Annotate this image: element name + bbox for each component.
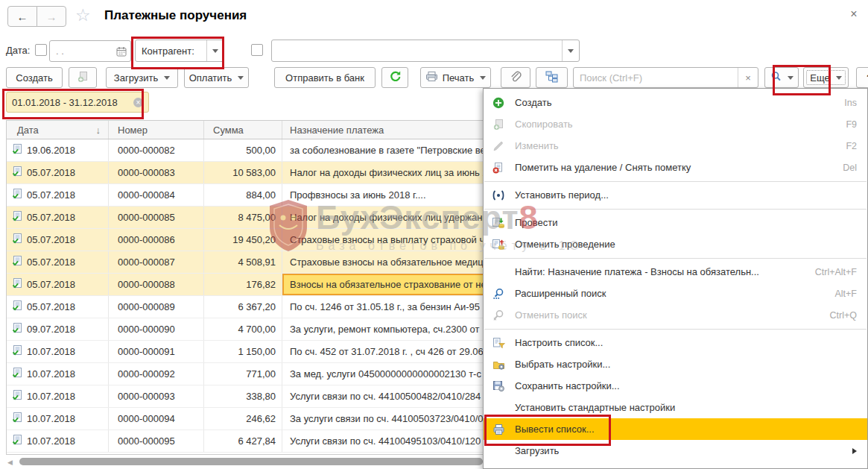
refresh-button[interactable] bbox=[381, 67, 408, 88]
counterparty-label: Контрагент: bbox=[142, 45, 194, 57]
scroll-left-icon[interactable]: ◀ bbox=[7, 459, 13, 466]
close-icon[interactable]: × bbox=[847, 7, 861, 21]
posted-document-icon bbox=[12, 211, 22, 224]
attachments-button[interactable] bbox=[501, 67, 530, 88]
magnifier-icon bbox=[770, 71, 782, 84]
scrollbar-thumb[interactable] bbox=[19, 458, 483, 465]
date-filter-label: Дата: bbox=[6, 45, 30, 56]
column-header-number[interactable]: Номер bbox=[109, 121, 204, 139]
menu-item-cancel-search[interactable]: Отменить поискCtrl+Q bbox=[484, 304, 867, 326]
submenu-arrow-icon bbox=[852, 448, 857, 454]
printer-icon bbox=[425, 71, 438, 84]
menu-item-set-period[interactable]: Установить период... bbox=[484, 184, 867, 206]
favorite-star-icon[interactable]: ☆ bbox=[75, 5, 91, 25]
menu-item-unpost[interactable]: Отменить проведение bbox=[484, 233, 867, 255]
copy-button[interactable] bbox=[69, 67, 97, 88]
chevron-down-icon bbox=[164, 76, 170, 80]
remove-period-filter-icon[interactable]: × bbox=[133, 98, 143, 107]
menu-item-advanced-search[interactable]: Расширенный поискAlt+F bbox=[484, 283, 867, 304]
menu-item-configure-list[interactable]: Настроить список... bbox=[484, 332, 867, 353]
chevron-down-icon[interactable] bbox=[206, 40, 224, 61]
calendar-icon[interactable] bbox=[116, 46, 127, 57]
chevron-down-icon bbox=[480, 76, 486, 80]
print-list-icon bbox=[491, 423, 506, 436]
create-button[interactable]: Создать bbox=[6, 67, 63, 88]
clear-search-icon[interactable]: × bbox=[738, 68, 758, 87]
sort-descending-icon: ↓ bbox=[96, 125, 101, 136]
date-filter-checkbox[interactable] bbox=[35, 44, 47, 56]
cancel-search-icon bbox=[491, 309, 506, 322]
posted-document-icon bbox=[12, 233, 22, 246]
post-document-icon bbox=[491, 216, 506, 230]
more-menu: СоздатьIns СкопироватьF9 ИзменитьF2 Поме… bbox=[483, 88, 868, 469]
posted-document-icon bbox=[12, 278, 22, 291]
chevron-down-icon bbox=[836, 76, 842, 80]
payment-orders-window: ← → ☆ Платежные поручения × Дата: . . Ко… bbox=[0, 0, 868, 469]
refresh-icon bbox=[389, 70, 402, 85]
menu-separator bbox=[484, 178, 867, 184]
date-filter-input[interactable]: . . bbox=[49, 40, 131, 62]
search-button[interactable] bbox=[764, 67, 799, 88]
forward-arrow-icon: → bbox=[46, 10, 57, 23]
save-settings-icon bbox=[491, 380, 506, 393]
posted-document-icon bbox=[12, 323, 22, 336]
menu-item-copy[interactable]: СкопироватьF9 bbox=[484, 113, 867, 135]
unpost-document-icon bbox=[491, 238, 506, 251]
mark-deletion-icon bbox=[491, 161, 506, 174]
load-button[interactable]: Загрузить bbox=[106, 67, 178, 88]
menu-item-save-settings[interactable]: Сохранить настройки... bbox=[484, 375, 867, 397]
counterparty-checkbox[interactable] bbox=[251, 44, 263, 56]
menu-separator bbox=[484, 255, 867, 261]
menu-item-choose-settings[interactable]: Выбрать настройки... bbox=[484, 353, 867, 375]
period-filter-chip[interactable]: 01.01.2018 - 31.12.2018 × bbox=[6, 92, 149, 113]
more-button[interactable]: Еще bbox=[803, 67, 849, 88]
posted-document-icon bbox=[12, 144, 22, 157]
posted-document-icon bbox=[12, 390, 22, 403]
column-header-amount[interactable]: Сумма bbox=[204, 121, 282, 139]
menu-item-mark-deletion[interactable]: Пометить на удаление / Снять пометкуDel bbox=[484, 157, 867, 178]
advanced-search-icon bbox=[491, 287, 506, 300]
toolbar: Создать Загрузить Оплатить Отправить в б… bbox=[6, 67, 868, 88]
menu-item-create[interactable]: СоздатьIns bbox=[484, 92, 867, 113]
posted-document-icon bbox=[12, 166, 22, 179]
configure-list-icon bbox=[491, 336, 506, 350]
send-to-bank-button[interactable]: Отправить в банк bbox=[274, 67, 376, 88]
period-icon bbox=[491, 189, 506, 202]
date-placeholder: . . bbox=[56, 45, 64, 57]
posted-document-icon bbox=[12, 189, 22, 201]
posted-document-icon bbox=[12, 368, 22, 380]
back-button[interactable]: ← bbox=[7, 6, 37, 27]
menu-item-standard-settings[interactable]: Установить стандартные настройки bbox=[484, 397, 867, 418]
paperclip-icon bbox=[510, 71, 522, 85]
structure-view-button[interactable] bbox=[536, 67, 568, 88]
hierarchy-icon bbox=[545, 71, 558, 85]
search-input[interactable] bbox=[574, 72, 738, 84]
help-button[interactable]: ? bbox=[856, 67, 868, 88]
menu-separator bbox=[484, 326, 867, 332]
chevron-down-icon bbox=[238, 76, 244, 80]
counterparty-value-combobox[interactable] bbox=[271, 40, 580, 62]
no-icon bbox=[491, 401, 506, 415]
back-arrow-icon: ← bbox=[17, 10, 28, 23]
menu-item-find[interactable]: Найти: Назначение платежа - Взносы на об… bbox=[484, 261, 867, 283]
create-icon bbox=[491, 96, 506, 110]
posted-document-icon bbox=[12, 412, 22, 425]
menu-item-post[interactable]: Провести bbox=[484, 212, 867, 233]
no-icon bbox=[491, 265, 506, 279]
forward-button[interactable]: → bbox=[37, 6, 66, 27]
copy-document-icon bbox=[77, 71, 89, 85]
posted-document-icon bbox=[12, 300, 22, 313]
copy-document-icon bbox=[491, 118, 506, 131]
counterparty-filter-dropdown[interactable]: Контрагент: bbox=[135, 40, 224, 62]
menu-item-edit[interactable]: ИзменитьF2 bbox=[484, 135, 867, 157]
chevron-down-icon[interactable] bbox=[562, 40, 579, 61]
history-nav: ← → bbox=[7, 6, 66, 27]
column-header-date[interactable]: Дата↓ bbox=[7, 121, 109, 139]
chevron-down-icon bbox=[788, 76, 793, 80]
folder-settings-icon bbox=[491, 358, 506, 371]
print-button[interactable]: Печать bbox=[420, 67, 491, 88]
search-box: × bbox=[573, 67, 758, 88]
pay-button[interactable]: Оплатить bbox=[184, 67, 249, 88]
menu-item-load[interactable]: Загрузить bbox=[484, 440, 867, 462]
menu-item-print-list[interactable]: Вывести список... bbox=[484, 418, 867, 440]
